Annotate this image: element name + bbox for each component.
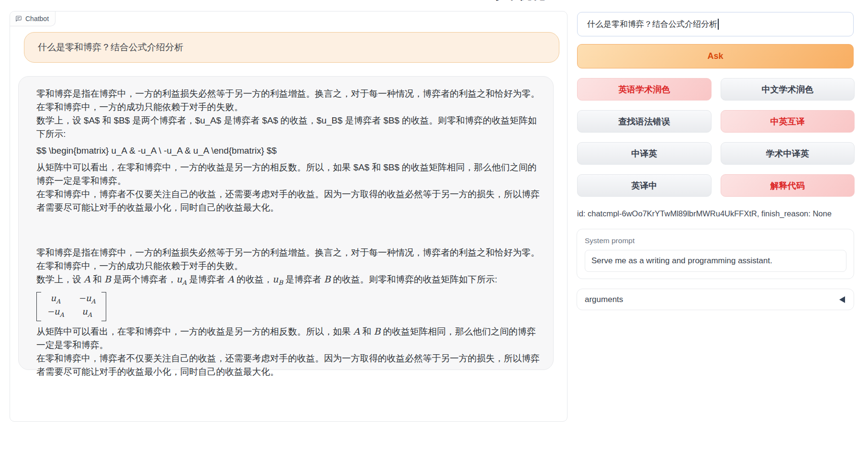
page-title: ChatGPT 学术优化 bbox=[335, 0, 641, 3]
bot-paragraph: 零和博弈是指在博弈中，一方的利益损失必然等于另一方的利益增益。换言之，对于每一种… bbox=[36, 246, 545, 273]
arguments-accordion-label: arguments bbox=[585, 295, 623, 304]
system-prompt-box: System prompt Serve me as a writing and … bbox=[577, 229, 854, 279]
bot-paragraph: 从矩阵中可以看出，在零和博弈中，一方的收益是另一方的相反数。所以，如果 A 和 … bbox=[36, 325, 545, 352]
chatbot-panel: Chatbot 什么是零和博弈？结合公式介绍分析 零和博弈是指在博弈中，一方的利… bbox=[10, 11, 568, 422]
button-chinese-academic-polish[interactable]: 中文学术润色 bbox=[721, 78, 855, 101]
button-explain-code[interactable]: 解释代码 bbox=[721, 174, 855, 197]
question-input[interactable]: 什么是零和博弈？结合公式介绍分析 bbox=[577, 12, 854, 36]
accordion-collapsed-arrow-icon bbox=[839, 296, 845, 303]
response-status-line: id: chatcmpl-6wOo7KrYTwMl89lbrMWRu4UkFFX… bbox=[577, 209, 854, 218]
question-input-value: 什么是零和博弈？结合公式介绍分析 bbox=[587, 19, 717, 30]
ask-button-label: Ask bbox=[707, 51, 723, 61]
bot-paragraph: 从矩阵中可以看出，在零和博弈中，一方的收益是另一方的相反数。所以，如果 $A$ … bbox=[36, 161, 545, 188]
user-message-bubble: 什么是零和博弈？结合公式介绍分析 bbox=[24, 32, 559, 63]
bot-paragraph: 零和博弈是指在博弈中，一方的利益损失必然等于另一方的利益增益。换言之，对于每一种… bbox=[36, 87, 545, 114]
arguments-accordion[interactable]: arguments bbox=[577, 289, 854, 310]
system-prompt-value: Serve me as a writing and programming as… bbox=[591, 256, 772, 266]
button-english-academic-polish[interactable]: 英语学术润色 bbox=[577, 78, 712, 101]
button-zh-en-mutual-translate[interactable]: 中英互译 bbox=[721, 110, 855, 133]
bot-paragraph: $$ \begin{bmatrix} u_A & -u_A \ -u_A & u… bbox=[36, 144, 545, 157]
payoff-matrix: uA−uA−uAuA bbox=[36, 292, 106, 321]
button-find-grammar-errors[interactable]: 查找语法错误 bbox=[577, 110, 712, 133]
bot-paragraph: 在零和博弈中，博弈者不仅要关注自己的收益，还需要考虑对手的收益。因为一方取得的收… bbox=[36, 352, 545, 379]
bot-message-block: 零和博弈是指在博弈中，一方的利益损失必然等于另一方的利益增益。换言之，对于每一种… bbox=[36, 87, 545, 214]
chatbot-panel-label-text: Chatbot bbox=[25, 15, 49, 22]
button-en-to-zh[interactable]: 英译中 bbox=[577, 174, 712, 197]
chat-bubble-icon bbox=[15, 15, 22, 22]
system-prompt-label: System prompt bbox=[585, 236, 846, 245]
bot-message-bubble: 零和博弈是指在博弈中，一方的利益损失必然等于另一方的利益增益。换言之，对于每一种… bbox=[18, 76, 554, 370]
button-academic-zh-to-en[interactable]: 学术中译英 bbox=[721, 142, 855, 165]
bot-paragraph: 数学上，设 A 和 B 是两个博弈者，uA 是博弈者 A 的收益，uB 是博弈者… bbox=[36, 273, 545, 290]
quick-action-grid: 英语学术润色 中文学术润色 查找语法错误 中英互译 中译英 学术中译英 英译中 … bbox=[577, 78, 855, 197]
bot-paragraph: 数学上，设 $A$ 和 $B$ 是两个博弈者，$u_A$ 是博弈者 $A$ 的收… bbox=[36, 114, 545, 141]
chatbot-panel-label: Chatbot bbox=[10, 11, 56, 26]
app-root: ChatGPT 学术优化 Chatbot 什么是零和博弈？结合公式介绍分析 零和… bbox=[0, 0, 868, 460]
bot-paragraph: 在零和博弈中，博弈者不仅要关注自己的收益，还需要考虑对手的收益。因为一方取得的收… bbox=[36, 188, 545, 214]
system-prompt-input[interactable]: Serve me as a writing and programming as… bbox=[585, 250, 846, 272]
page-title-clipped: ChatGPT 学术优化 bbox=[335, 0, 641, 4]
bot-message-block: 零和博弈是指在博弈中，一方的利益损失必然等于另一方的利益增益。换言之，对于每一种… bbox=[36, 246, 545, 379]
user-message-text: 什么是零和博弈？结合公式介绍分析 bbox=[38, 41, 183, 54]
button-zh-to-en[interactable]: 中译英 bbox=[577, 142, 712, 165]
ask-button[interactable]: Ask bbox=[577, 44, 854, 68]
text-caret bbox=[718, 19, 719, 30]
